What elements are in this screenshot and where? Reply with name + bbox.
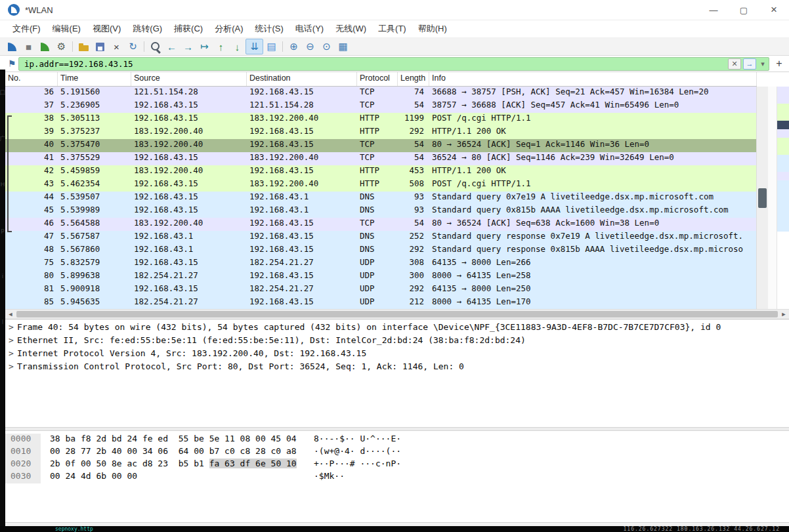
filter-dropdown-icon[interactable]: ▾: [758, 59, 767, 69]
column-header-source[interactable]: Source: [131, 72, 247, 86]
packet-row[interactable]: 85 5.945635 182.254.21.27 192.168.43.15 …: [5, 297, 756, 309]
capture-options-icon[interactable]: ⚙: [53, 39, 70, 54]
capture-start-icon[interactable]: [4, 39, 20, 54]
minimap-segment[interactable]: [777, 215, 789, 223]
title-bar[interactable]: *WLAN — ▢ ×: [0, 0, 789, 20]
reload-icon[interactable]: ↻: [125, 39, 141, 54]
display-filter-field[interactable]: ✕ → ▾: [18, 57, 769, 71]
zoom-in-icon[interactable]: ⊕: [286, 39, 302, 54]
packet-row[interactable]: 36 5.191560 121.51.154.28 192.168.43.15 …: [5, 87, 756, 100]
close-button[interactable]: ×: [759, 0, 789, 20]
resize-columns-icon[interactable]: ▦: [335, 39, 351, 54]
minimap-segment[interactable]: [777, 121, 789, 129]
packet-row[interactable]: 39 5.375237 183.192.200.40 192.168.43.15…: [5, 126, 756, 139]
hex-line[interactable]: 0020 2b 0f 00 50 8e ac d8 23 b5 b1 fa 63…: [5, 459, 789, 471]
maximize-button[interactable]: ▢: [729, 0, 759, 20]
packet-row[interactable]: 46 5.564588 183.192.200.40 192.168.43.15…: [5, 218, 756, 231]
detail-line[interactable]: > Frame 40: 54 bytes on wire (432 bits),…: [5, 322, 789, 335]
packet-row[interactable]: 41 5.375529 192.168.43.15 183.192.200.40…: [5, 152, 756, 165]
menu-file[interactable]: 文件(F): [7, 20, 47, 37]
minimap-segment[interactable]: [777, 87, 789, 95]
minimap-segment[interactable]: [777, 146, 789, 155]
column-header-destination[interactable]: Destination: [247, 72, 357, 86]
apply-filter-icon[interactable]: →: [743, 58, 756, 70]
hex-line[interactable]: 0000 38 ba f8 2d bd 24 fe ed 55 be 5e 11…: [5, 434, 789, 446]
capture-stop-icon[interactable]: ■: [20, 39, 37, 54]
column-header-protocol[interactable]: Protocol: [357, 72, 398, 86]
go-first-packet-icon[interactable]: ↑: [213, 39, 229, 54]
colorize-icon[interactable]: ▤: [263, 39, 280, 54]
menu-help[interactable]: 帮助(H): [412, 20, 453, 37]
hex-ascii[interactable]: 8··-·$·· U·^···E·: [314, 434, 401, 446]
vertical-scrollbar-thumb[interactable]: [758, 188, 767, 208]
filter-bookmark-icon[interactable]: ⚑: [5, 58, 18, 69]
detail-line[interactable]: > Transmission Control Protocol, Src Por…: [5, 361, 789, 375]
zoom-out-icon[interactable]: ⊖: [302, 39, 318, 54]
packet-row[interactable]: 37 5.236905 192.168.43.15 121.51.154.28 …: [5, 100, 756, 113]
menu-telephony[interactable]: 电话(Y): [289, 20, 330, 37]
hex-bytes[interactable]: 00 28 77 2b 40 00 34 06 64 00 b7 c0 c8 2…: [41, 446, 314, 459]
go-back-icon[interactable]: ←: [163, 39, 180, 54]
chevron-right-icon[interactable]: >: [5, 322, 17, 335]
hex-ascii[interactable]: ·(w+@·4· d····(··: [314, 446, 401, 459]
minimap-segment[interactable]: [777, 95, 789, 104]
packet-row[interactable]: 42 5.459859 183.192.200.40 192.168.43.15…: [5, 165, 756, 178]
minimap-segment[interactable]: [777, 223, 789, 232]
packet-row[interactable]: 45 5.539989 192.168.43.15 192.168.43.1 D…: [5, 205, 756, 218]
column-header-no[interactable]: No.: [5, 72, 58, 86]
intelligent-scrollbar-minimap[interactable]: [777, 87, 789, 309]
clear-filter-icon[interactable]: ✕: [728, 58, 741, 70]
capture-restart-icon[interactable]: [37, 39, 53, 54]
minimap-segment[interactable]: [777, 206, 789, 215]
minimap-segment[interactable]: [777, 138, 789, 146]
menu-edit[interactable]: 编辑(E): [47, 20, 87, 37]
menu-tools[interactable]: 工具(T): [372, 20, 412, 37]
minimap-segment[interactable]: [777, 189, 789, 197]
chevron-right-icon[interactable]: >: [5, 361, 17, 375]
save-file-icon[interactable]: [92, 39, 108, 54]
column-header-length[interactable]: Length: [398, 72, 429, 86]
hex-bytes[interactable]: 38 ba f8 2d bd 24 fe ed 55 be 5e 11 08 0…: [41, 434, 314, 446]
packet-row[interactable]: 80 5.899638 182.254.21.27 192.168.43.15 …: [5, 270, 756, 283]
detail-line[interactable]: > Internet Protocol Version 4, Src: 183.…: [5, 348, 789, 361]
scroll-left-icon[interactable]: ◄: [5, 311, 16, 317]
horizontal-scrollbar-thumb[interactable]: [16, 311, 778, 317]
detail-line[interactable]: > Ethernet II, Src: fe:ed:55:be:5e:11 (f…: [5, 335, 789, 348]
minimap-segment[interactable]: [777, 180, 789, 189]
packet-row[interactable]: 48 5.567860 192.168.43.1 192.168.43.15 D…: [5, 244, 756, 257]
scroll-right-icon[interactable]: ►: [778, 311, 789, 317]
packet-row[interactable]: 38 5.305113 192.168.43.15 183.192.200.40…: [5, 113, 756, 126]
minimap-segment[interactable]: [777, 112, 789, 121]
go-to-packet-icon[interactable]: ↦: [196, 39, 213, 54]
auto-scroll-icon[interactable]: ⇊: [245, 39, 263, 54]
hex-line[interactable]: 0010 00 28 77 2b 40 00 34 06 64 00 b7 c0…: [5, 446, 789, 459]
minimap-segment[interactable]: [777, 172, 789, 180]
column-header-info[interactable]: Info: [429, 72, 757, 86]
chevron-right-icon[interactable]: >: [5, 348, 17, 361]
menu-capture[interactable]: 捕获(C): [168, 20, 209, 37]
zoom-reset-icon[interactable]: ⊙: [318, 39, 335, 54]
find-packet-icon[interactable]: [147, 39, 163, 54]
menu-view[interactable]: 视图(V): [87, 20, 127, 37]
minimize-button[interactable]: —: [698, 0, 729, 20]
packet-row[interactable]: 43 5.462354 192.168.43.15 183.192.200.40…: [5, 178, 756, 192]
packet-row[interactable]: 81 5.900918 192.168.43.15 182.254.21.27 …: [5, 283, 756, 297]
minimap-segment[interactable]: [777, 197, 789, 206]
close-file-icon[interactable]: ×: [108, 39, 125, 54]
hex-ascii[interactable]: +··P···# ···c·nP·: [314, 459, 401, 471]
minimap-segment[interactable]: [777, 104, 789, 112]
hex-ascii[interactable]: ·$Mk··: [314, 471, 345, 483]
display-filter-input[interactable]: [23, 58, 726, 70]
vertical-scrollbar[interactable]: [756, 87, 768, 309]
packet-row[interactable]: 44 5.539507 192.168.43.15 192.168.43.1 D…: [5, 192, 756, 205]
packet-row[interactable]: 40 5.375470 183.192.200.40 192.168.43.15…: [5, 139, 756, 152]
minimap-segment[interactable]: [777, 155, 789, 163]
menu-statistics[interactable]: 统计(S): [249, 20, 289, 37]
horizontal-scrollbar[interactable]: ◄ ►: [5, 309, 789, 319]
menu-go[interactable]: 跳转(G): [127, 20, 168, 37]
packet-row[interactable]: 47 5.567587 192.168.43.1 192.168.43.15 D…: [5, 231, 756, 244]
menu-analyze[interactable]: 分析(A): [209, 20, 249, 37]
open-file-icon[interactable]: [75, 39, 92, 54]
hex-bytes[interactable]: 00 24 4d 6b 00 00: [41, 471, 314, 483]
packet-row[interactable]: 75 5.832579 192.168.43.15 182.254.21.27 …: [5, 257, 756, 270]
